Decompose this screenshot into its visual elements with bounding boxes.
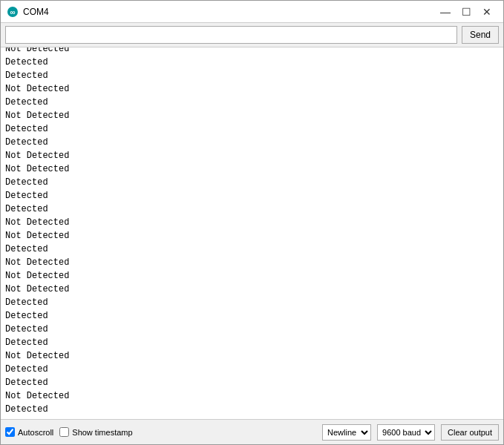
main-window: ∞ COM4 — ☐ ✕ Send Detect IR SensorNot De… [0,0,504,445]
console-line: Detected [5,202,499,216]
console-line: Detected [5,189,499,202]
console-line: Not Detected [5,149,499,162]
console-line: Not Detected [5,109,499,122]
timestamp-checkbox[interactable] [59,427,69,437]
console-line: Detected [5,122,499,136]
autoscroll-check-group: Autoscroll [5,427,53,437]
console-line: Not Detected [5,349,499,363]
console-line: Detected [5,323,499,336]
autoscroll-label[interactable]: Autoscroll [18,428,53,437]
console-line: Not Detected [5,269,499,283]
console-line: Detected [5,363,499,376]
console-line: Detected [5,403,499,416]
console-line: Not Detected [5,216,499,229]
message-input[interactable] [5,26,457,44]
baud-select[interactable]: 9600 baud [377,424,435,441]
minimize-button[interactable]: — [435,3,456,21]
console-line: Not Detected [5,82,499,96]
console-line: Not Detected [5,229,499,243]
console-line: Not Detected [5,47,499,56]
title-bar: ∞ COM4 — ☐ ✕ [1,1,503,23]
title-buttons: — ☐ ✕ [435,3,497,21]
console-line: Detected [5,376,499,389]
arduino-icon: ∞ [7,6,19,18]
clear-output-button[interactable]: Clear output [441,424,499,441]
console-line: Detected [5,296,499,309]
window-title: COM4 [23,7,49,17]
console-line: Detected [5,69,499,82]
console-line: Not Detected [5,162,499,176]
toolbar: Send [1,23,503,47]
newline-select[interactable]: Newline [322,424,371,441]
console-line: Not Detected [5,389,499,403]
console-line: Not Detected [5,283,499,296]
console-line: Not Detected [5,256,499,269]
close-button[interactable]: ✕ [477,3,497,21]
console-line: Detected [5,56,499,69]
maximize-button[interactable]: ☐ [456,3,477,21]
console-output: Detect IR SensorNot DetectedNot Detected… [1,47,503,419]
autoscroll-checkbox[interactable] [5,427,15,437]
status-bar: Autoscroll Show timestamp Newline 9600 b… [1,419,503,444]
timestamp-check-group: Show timestamp [59,427,132,437]
console-line: Detected [5,96,499,109]
console-line: Detected [5,136,499,149]
timestamp-label[interactable]: Show timestamp [72,428,132,437]
console-line: Detected [5,309,499,323]
svg-text:∞: ∞ [10,8,15,16]
console-line: Detected [5,243,499,256]
title-left: ∞ COM4 [7,6,49,18]
console-line: Detected [5,176,499,189]
console-line: Detected [5,336,499,349]
send-button[interactable]: Send [462,26,499,44]
